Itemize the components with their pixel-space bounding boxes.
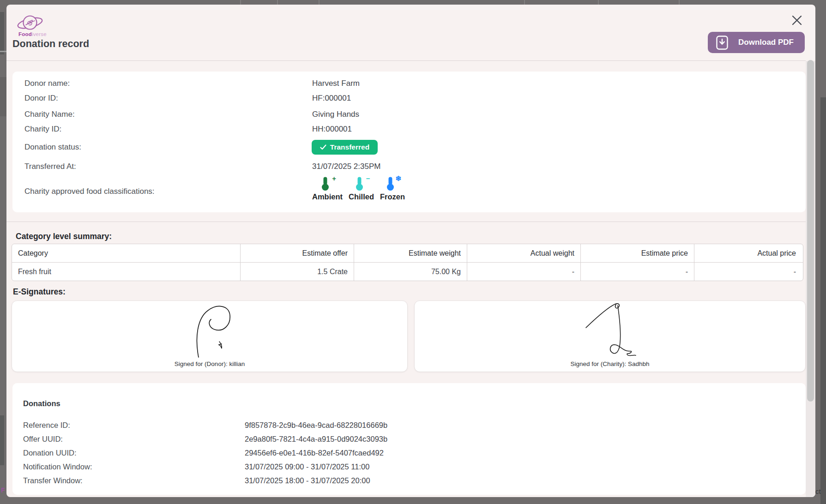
column-header-category: Category xyxy=(12,244,240,262)
classification-name: Chilled xyxy=(349,192,374,201)
brand-bold: Food xyxy=(18,31,32,37)
behind-table-border xyxy=(679,0,680,5)
minus-symbol-icon: − xyxy=(366,174,370,182)
download-pdf-label: Download PDF xyxy=(738,38,794,47)
signature-caption-charity: Signed for (Charity): Sadhbh xyxy=(415,360,805,367)
donor-name-value: Harvest Farm xyxy=(312,79,360,88)
column-header-estimate-weight: Estimate weight xyxy=(354,244,467,262)
offer-uuid-value: 2e9a80f5-7821-4c4a-a915-0d9024c3093b xyxy=(245,435,387,444)
transfer-window-label: Transfer Window: xyxy=(23,476,83,485)
thermometer-chilled-icon xyxy=(354,176,366,191)
behind-table-border xyxy=(598,0,599,5)
donor-id-label: Donor ID: xyxy=(24,94,58,103)
transferred-at-label: Transferred At: xyxy=(24,162,76,171)
check-icon xyxy=(320,144,326,150)
transferred-at-value: 31/07/2025 2:35PM xyxy=(312,162,380,171)
cell-category: Fresh fruit xyxy=(12,263,240,281)
donations-heading: Donations xyxy=(23,399,60,408)
foodiverse-logo-icon xyxy=(17,13,43,33)
cell-estimate-price: - xyxy=(580,263,694,281)
plus-symbol-icon: + xyxy=(332,174,336,182)
donation-uuid-value: 29456ef6-e0e1-416b-82ef-5407fcaed492 xyxy=(245,449,384,457)
brand-light: iverse xyxy=(32,31,47,37)
behind-table-border xyxy=(319,0,320,5)
transfer-window-value: 31/07/2025 18:00 - 31/07/2025 20:00 xyxy=(245,476,370,485)
column-header-actual-price: Actual price xyxy=(694,244,802,262)
status-badge-label: Transferred xyxy=(330,143,369,151)
donation-status-label: Donation status: xyxy=(24,143,81,152)
close-icon xyxy=(792,15,802,25)
esignatures-heading: E-Signatures: xyxy=(13,287,66,297)
signature-box-charity: Signed for (Charity): Sadhbh xyxy=(414,300,806,372)
behind-content-block xyxy=(0,77,6,116)
classification-chilled: − Chilled xyxy=(349,176,374,201)
charity-id-value: HH:000001 xyxy=(312,125,352,134)
donation-uuid-label: Donation UUID: xyxy=(23,449,77,457)
status-badge: Transferred xyxy=(312,140,378,155)
behind-content-divider xyxy=(0,51,6,52)
thermometer-frozen-icon xyxy=(385,176,397,191)
snowflake-symbol-icon: ❄ xyxy=(395,174,401,183)
behind-table-border xyxy=(524,0,525,5)
behind-table-border xyxy=(277,0,278,5)
classifications-label: Charity approved food classifications: xyxy=(24,187,155,196)
modal-scrollbar-thumb[interactable] xyxy=(807,60,814,402)
classification-name: Ambient xyxy=(312,192,343,201)
classification-frozen: ❄ Frozen xyxy=(380,176,405,201)
charity-name-value: Giving Hands xyxy=(312,110,359,119)
donor-name-label: Donor name: xyxy=(24,79,70,88)
classifications-row: + Ambient − Chilled xyxy=(312,176,405,201)
reference-id-value: 9f857878-2c9b-46ea-9cad-68228016669b xyxy=(245,421,387,430)
notification-window-label: Notification Window: xyxy=(23,462,92,471)
donations-card: Donations Reference ID: 9f857878-2c9b-46… xyxy=(12,383,806,495)
behind-content-block xyxy=(0,415,4,465)
thermometer-ambient-icon xyxy=(320,176,332,191)
table-header-row: Category Estimate offer Estimate weight … xyxy=(12,244,803,263)
donor-id-value: HF:000001 xyxy=(312,94,351,103)
section-divider xyxy=(6,222,806,222)
charity-id-label: Charity ID: xyxy=(24,125,61,134)
behind-content-block xyxy=(0,12,4,54)
signature-box-donor: Signed for (Donor): killian xyxy=(12,300,408,372)
cell-estimate-offer: 1.5 Crate xyxy=(240,263,354,281)
dimmed-footer-text-right: ct xyxy=(815,487,821,495)
cell-estimate-weight: 75.00 Kg xyxy=(354,263,467,281)
close-button[interactable] xyxy=(789,12,805,28)
cell-actual-price: - xyxy=(694,263,802,281)
category-summary-table: Category Estimate offer Estimate weight … xyxy=(12,244,803,281)
classification-name: Frozen xyxy=(380,192,405,201)
offer-uuid-label: Offer UUID: xyxy=(23,435,63,444)
dimmed-footer-text-left: F xyxy=(1,486,5,494)
column-header-actual-weight: Actual weight xyxy=(467,244,580,262)
download-pdf-button[interactable]: Download PDF xyxy=(708,32,805,53)
column-header-estimate-price: Estimate price xyxy=(580,244,694,262)
column-header-estimate-offer: Estimate offer xyxy=(240,244,354,262)
behind-table-border xyxy=(240,0,241,5)
page-scrollbar[interactable] xyxy=(820,97,826,504)
charity-name-label: Charity Name: xyxy=(24,110,75,119)
donation-summary-card: Donor name: Harvest Farm Donor ID: HF:00… xyxy=(12,72,806,212)
cell-actual-weight: - xyxy=(467,263,580,281)
notification-window-value: 31/07/2025 09:00 - 31/07/2025 11:00 xyxy=(245,462,369,471)
foodiverse-wordmark: Foodiverse xyxy=(18,31,47,37)
donation-record-modal: Foodiverse Donation record Download PDF … xyxy=(6,5,815,497)
category-summary-heading: Category level summary: xyxy=(16,232,112,241)
page-title: Donation record xyxy=(12,38,89,50)
download-file-icon xyxy=(716,36,728,50)
header-divider xyxy=(6,60,806,61)
classification-ambient: + Ambient xyxy=(312,176,343,201)
signature-caption-donor: Signed for (Donor): killian xyxy=(12,360,407,367)
table-row: Fresh fruit 1.5 Crate 75.00 Kg - - - xyxy=(12,263,803,281)
reference-id-label: Reference ID: xyxy=(23,421,70,430)
